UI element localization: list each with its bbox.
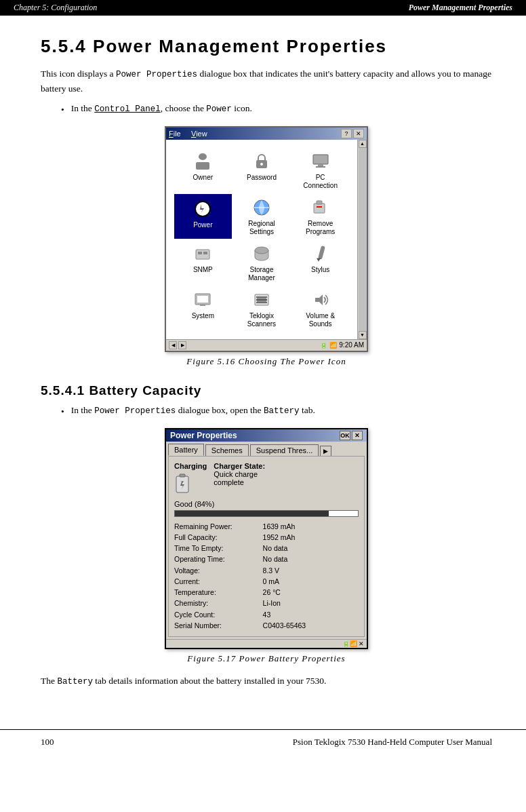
scroll-right-btn[interactable]: ▶ bbox=[178, 341, 186, 349]
data-label-2: Time To Empty: bbox=[174, 543, 263, 554]
data-label-1: Full Capacity: bbox=[174, 532, 263, 543]
data-value-9: C0403-65463 bbox=[263, 620, 359, 631]
data-value-8: 43 bbox=[263, 609, 359, 620]
scanner-label: TeklogixScanners bbox=[247, 312, 276, 328]
cp-bottom-left: ◀ ▶ bbox=[169, 341, 186, 349]
remove-label: RemovePrograms bbox=[306, 220, 335, 236]
cp-icon-storage[interactable]: StorageManager bbox=[233, 240, 291, 285]
data-row-4: Voltage: 8.3 V bbox=[174, 565, 359, 576]
pp-status-icons: 🔋📶 ✕ bbox=[342, 640, 364, 647]
stylus-label: Stylus bbox=[311, 266, 329, 273]
data-value-7: Li-Ion bbox=[263, 598, 359, 608]
data-label-6: Temperature: bbox=[174, 587, 263, 598]
data-row-6: Temperature: 26 °C bbox=[174, 587, 359, 598]
cp-scrollbar[interactable]: ▲ ▼ bbox=[357, 140, 367, 339]
figure-517-caption: Figure 5.17 Power Battery Properties bbox=[187, 653, 345, 664]
cp-icon-password[interactable]: Password bbox=[233, 148, 291, 193]
data-value-1: 1952 mAh bbox=[263, 532, 359, 543]
cp-icon-owner[interactable]: Owner bbox=[174, 148, 232, 193]
cp-status-icons: 🔋 📶 9:20 AM bbox=[320, 341, 364, 349]
chapter-label: Chapter 5: Configuration bbox=[14, 3, 97, 13]
charging-label: Charging bbox=[174, 462, 207, 470]
data-row-1: Full Capacity: 1952 mAh bbox=[174, 532, 359, 543]
cp-titlebar: File View ? ✕ bbox=[166, 128, 367, 140]
svg-rect-22 bbox=[200, 305, 205, 306]
svg-rect-0 bbox=[199, 153, 207, 160]
data-value-5: 0 mA bbox=[263, 576, 359, 587]
regional-label: RegionalSettings bbox=[248, 220, 275, 236]
data-value-6: 26 °C bbox=[263, 587, 359, 598]
scroll-track bbox=[359, 148, 367, 331]
storage-label: StorageManager bbox=[248, 266, 275, 282]
cp-icons-grid: Owner Password PCConnectio bbox=[170, 144, 353, 335]
svg-rect-18 bbox=[318, 245, 325, 259]
scroll-down-btn[interactable]: ▼ bbox=[359, 331, 367, 339]
snmp-icon bbox=[192, 243, 214, 265]
status-time: 9:20 AM bbox=[339, 341, 364, 349]
scroll-left-btn[interactable]: ◀ bbox=[169, 341, 177, 349]
data-row-5: Current: 0 mA bbox=[174, 576, 359, 587]
pp-left: Charging bbox=[174, 462, 207, 496]
page-footer: 100 Psion Teklogix 7530 Hand-Held Comput… bbox=[0, 729, 526, 754]
cp-icon-stylus[interactable]: Stylus bbox=[291, 240, 349, 285]
pc-label: PCConnection bbox=[303, 174, 338, 190]
section-label: Power Management Properties bbox=[409, 3, 512, 13]
power-label: Power bbox=[193, 221, 212, 229]
scroll-up-btn[interactable]: ▲ bbox=[359, 140, 367, 148]
data-label-3: Operating Time: bbox=[174, 554, 263, 564]
stylus-icon bbox=[310, 243, 331, 265]
pp-titlebar: Power Properties OK ✕ bbox=[166, 429, 367, 442]
data-label-5: Current: bbox=[174, 576, 263, 587]
cp-icon-system[interactable]: System bbox=[174, 286, 232, 331]
pp-tab-content: Charging Charger State: Quick chargecomp… bbox=[168, 456, 365, 638]
tab-battery[interactable]: Battery bbox=[168, 444, 204, 456]
tab-suspend[interactable]: Suspend Thres... bbox=[250, 444, 319, 456]
data-label-4: Voltage: bbox=[174, 565, 263, 576]
tab-more[interactable]: ▶ bbox=[320, 446, 331, 456]
battery-good-label: Good (84%) bbox=[174, 500, 359, 508]
cp-bottom-bar: ◀ ▶ 🔋 📶 9:20 AM bbox=[166, 339, 367, 351]
tab-schemes[interactable]: Schemes bbox=[205, 444, 249, 456]
cp-icon-regional[interactable]: RegionalSettings bbox=[233, 194, 291, 239]
scanner-icon bbox=[251, 289, 272, 311]
body-code-1: Power Properties bbox=[116, 70, 197, 79]
pp-statusbar: 🔋📶 ✕ bbox=[166, 639, 367, 648]
cp-icon-remove[interactable]: RemovePrograms bbox=[291, 194, 349, 239]
cp-question-btn[interactable]: ? bbox=[341, 129, 352, 138]
pp-right: Charger State: Quick chargecomplete bbox=[214, 462, 265, 496]
bullet-text: In the Control Panel, choose the Power i… bbox=[71, 103, 252, 114]
svg-rect-5 bbox=[318, 164, 323, 166]
data-row-8: Cycle Count: 43 bbox=[174, 609, 359, 620]
bullet-symbol: • bbox=[61, 104, 64, 115]
data-row-0: Remaining Power: 1639 mAh bbox=[174, 521, 359, 532]
cp-icon-volume[interactable]: Volume &Sounds bbox=[291, 286, 349, 331]
svg-rect-6 bbox=[316, 166, 325, 168]
data-value-4: 8.3 V bbox=[263, 565, 359, 576]
svg-point-3 bbox=[260, 163, 263, 166]
cp-icon-power[interactable]: Power bbox=[174, 194, 232, 239]
svg-rect-21 bbox=[197, 296, 208, 303]
pp-ok-btn[interactable]: OK bbox=[340, 431, 350, 440]
battery-bar-fill bbox=[175, 511, 329, 516]
pp-close-btn[interactable]: ✕ bbox=[352, 431, 363, 440]
figure-516-caption: Figure 5.16 Choosing The Power Icon bbox=[186, 356, 346, 367]
svg-rect-16 bbox=[203, 252, 207, 254]
data-row-3: Operating Time: No data bbox=[174, 554, 359, 564]
svg-marker-29 bbox=[315, 294, 323, 305]
control-panel-window: File View ? ✕ Owner bbox=[165, 126, 368, 352]
page-header: Chapter 5: Configuration Power Managemen… bbox=[0, 0, 526, 16]
pp-titlebar-buttons: OK ✕ bbox=[340, 431, 363, 440]
data-value-0: 1639 mAh bbox=[263, 521, 359, 532]
data-value-2: No data bbox=[263, 543, 359, 554]
cp-icon-pc[interactable]: PCConnection bbox=[291, 148, 349, 193]
data-value-3: No data bbox=[263, 554, 359, 564]
svg-rect-1 bbox=[196, 162, 209, 170]
cp-icon-scanner[interactable]: TeklogixScanners bbox=[233, 286, 291, 331]
footer-body-text: The Battery tab details information abou… bbox=[41, 674, 492, 689]
data-row-2: Time To Empty: No data bbox=[174, 543, 359, 554]
cp-icon-snmp[interactable]: SNMP bbox=[174, 240, 232, 285]
cp-close-btn[interactable]: ✕ bbox=[353, 129, 364, 138]
charging-icon bbox=[174, 471, 195, 496]
svg-rect-31 bbox=[180, 474, 185, 477]
status-battery-icon: 🔋 bbox=[320, 342, 327, 349]
